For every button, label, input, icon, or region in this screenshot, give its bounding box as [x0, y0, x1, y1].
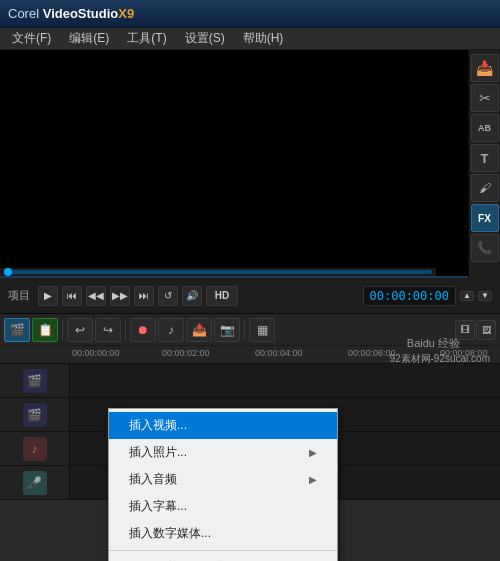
project-label: 项目	[8, 288, 30, 303]
sidebar-scissors-icon[interactable]: ✂	[471, 84, 499, 112]
step-back-button[interactable]: ◀◀	[86, 286, 106, 306]
sidebar-capture-icon[interactable]: 📥	[471, 54, 499, 82]
watermark-92: 92素材网-92sucai.com	[389, 352, 490, 366]
track-header-voice: 🎤	[0, 466, 70, 499]
repeat-button[interactable]: ↺	[158, 286, 178, 306]
context-menu: 插入视频... 插入照片... ▶ 插入音频 ▶ 插入字幕... 插入数字媒体.…	[108, 408, 338, 561]
track-header-music: ♪	[0, 432, 70, 465]
tl-btn-export[interactable]: 📤	[186, 318, 212, 342]
tl-btn-redo[interactable]: ↪	[95, 318, 121, 342]
sidebar-phone-icon[interactable]: 📞	[471, 234, 499, 262]
sidebar-t-icon[interactable]: T	[471, 144, 499, 172]
tl-btn-film[interactable]: 🎬	[4, 318, 30, 342]
quality-button[interactable]: HD	[206, 286, 238, 306]
title-bar: Corel VideoStudio X9	[0, 0, 500, 28]
track-icon-music[interactable]: ♪	[23, 437, 47, 461]
progress-bar-container[interactable]	[0, 268, 436, 276]
tl-separator-2	[125, 320, 126, 340]
preview-area	[0, 50, 468, 278]
tl-btn-audio[interactable]: ♪	[158, 318, 184, 342]
ctx-insert-audio[interactable]: 插入音频 ▶	[109, 466, 337, 493]
timecode-display: 00:00:00:00	[363, 286, 456, 306]
small-icon-buttons: 🎞 🖼	[455, 320, 496, 340]
sidebar-fx-icon[interactable]: FX	[471, 204, 499, 232]
menu-file[interactable]: 文件(F)	[4, 28, 59, 49]
ctx-insert-subtitle[interactable]: 插入字幕...	[109, 493, 337, 520]
menu-tools[interactable]: 工具(T)	[119, 28, 174, 49]
volume-button[interactable]: 🔊	[182, 286, 202, 306]
control-bar: 项目 ▶ ⏮ ◀◀ ▶▶ ⏭ ↺ 🔊 HD 00:00:00:00 ▲ ▼	[0, 278, 500, 314]
ctx-insert-photo[interactable]: 插入照片... ▶	[109, 439, 337, 466]
progress-bar-track	[4, 270, 432, 274]
tl-btn-grid[interactable]: ▦	[249, 318, 275, 342]
app-version: X9	[118, 6, 134, 21]
sidebar-ab-icon[interactable]: AB	[471, 114, 499, 142]
tl-btn-record[interactable]: ⏺	[130, 318, 156, 342]
step-forward-button[interactable]: ▶▶	[110, 286, 130, 306]
tl-small-2[interactable]: 🖼	[476, 320, 496, 340]
to-end-button[interactable]: ⏭	[134, 286, 154, 306]
ctx-insert-digital[interactable]: 插入数字媒体...	[109, 520, 337, 547]
track-icon-film1[interactable]: 🎬	[23, 369, 47, 393]
app-name-vs: VideoStudio	[43, 6, 119, 21]
tl-separator-1	[62, 320, 63, 340]
ctx-separator	[109, 550, 337, 551]
right-sidebar: 📥 ✂ AB T 🖌 FX 📞	[468, 50, 500, 278]
app-name-corel: Corel	[8, 6, 39, 21]
track-icon-film2[interactable]: 🎬	[23, 403, 47, 427]
play-button[interactable]: ▶	[38, 286, 58, 306]
sidebar-paint-icon[interactable]: 🖌	[471, 174, 499, 202]
ruler-time-2: 00:00:02:00	[162, 348, 210, 358]
menu-bar: 文件(F) 编辑(E) 工具(T) 设置(S) 帮助(H)	[0, 28, 500, 50]
tl-btn-clip[interactable]: 📋	[32, 318, 58, 342]
watermark-baidu: Baidu 经验	[407, 336, 460, 351]
tl-btn-capture[interactable]: 📷	[214, 318, 240, 342]
ctx-arrow-1: ▶	[309, 447, 317, 458]
track-header-video1: 🎬	[0, 364, 70, 397]
track-icon-voice[interactable]: 🎤	[23, 471, 47, 495]
track-row-video1: 🎬	[0, 364, 500, 398]
ruler-time-4: 00:00:04:00	[255, 348, 303, 358]
tl-separator-3	[244, 320, 245, 340]
ctx-insert-slideshow[interactable]: 插入要应用时间流逝/频闪的照片...	[109, 554, 337, 561]
ctx-insert-video[interactable]: 插入视频...	[109, 412, 337, 439]
tl-btn-undo[interactable]: ↩	[67, 318, 93, 342]
menu-help[interactable]: 帮助(H)	[235, 28, 292, 49]
track-body-video1[interactable]	[70, 364, 500, 397]
ruler-time-6: 00:00:06:00	[348, 348, 396, 358]
to-start-button[interactable]: ⏮	[62, 286, 82, 306]
ruler-time-0: 00:00:00:00	[72, 348, 120, 358]
timecode-down[interactable]: ▼	[478, 291, 492, 301]
progress-handle[interactable]	[4, 268, 12, 276]
ctx-arrow-2: ▶	[309, 474, 317, 485]
track-header-video2: 🎬	[0, 398, 70, 431]
timecode-up[interactable]: ▲	[460, 291, 474, 301]
menu-settings[interactable]: 设置(S)	[177, 28, 233, 49]
menu-edit[interactable]: 编辑(E)	[61, 28, 117, 49]
